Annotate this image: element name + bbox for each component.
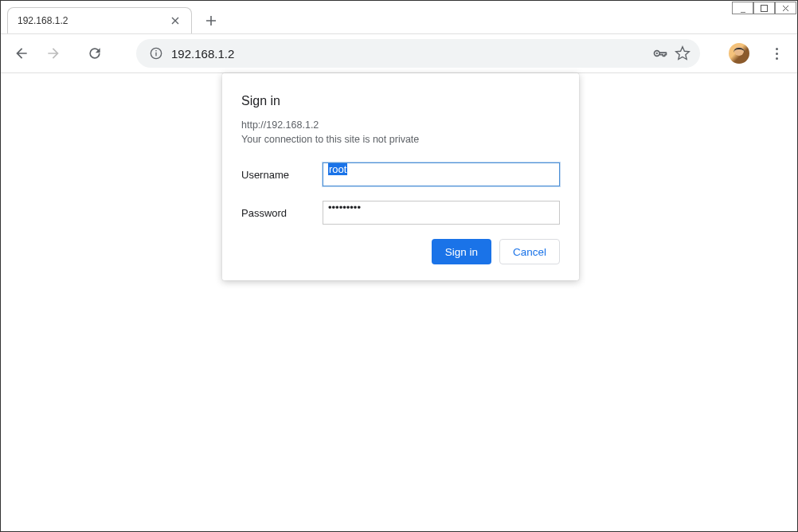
browser-tab[interactable]: 192.168.1.2 bbox=[7, 7, 192, 33]
forward-button[interactable] bbox=[39, 39, 68, 68]
minimize-button[interactable]: ⎯ bbox=[732, 2, 753, 14]
new-tab-button[interactable] bbox=[200, 10, 222, 32]
svg-rect-0 bbox=[761, 5, 768, 11]
back-button[interactable] bbox=[7, 39, 36, 68]
browser-menu-button[interactable] bbox=[762, 39, 791, 68]
address-bar[interactable]: 192.168.1.2 bbox=[136, 39, 700, 68]
url-text: 192.168.1.2 bbox=[170, 47, 649, 61]
password-value: ••••••••• bbox=[328, 201, 361, 213]
password-row: Password ••••••••• bbox=[241, 201, 560, 225]
bookmark-star-icon[interactable] bbox=[671, 42, 694, 65]
svg-rect-2 bbox=[155, 53, 156, 57]
username-row: Username root bbox=[241, 162, 560, 186]
password-input[interactable]: ••••••••• bbox=[323, 201, 560, 225]
username-label: Username bbox=[241, 169, 323, 181]
svg-point-5 bbox=[656, 53, 658, 54]
maximize-button[interactable] bbox=[753, 2, 775, 14]
page-content: Sign in http://192.168.1.2 Your connecti… bbox=[1, 73, 797, 531]
window-controls: ⎯ bbox=[732, 2, 796, 14]
username-input[interactable]: root bbox=[323, 162, 560, 186]
browser-toolbar: 192.168.1.2 bbox=[1, 33, 797, 73]
dialog-actions: Sign in Cancel bbox=[241, 239, 560, 264]
close-window-button[interactable] bbox=[775, 2, 796, 14]
tab-title: 192.168.1.2 bbox=[18, 15, 169, 26]
kebab-icon bbox=[776, 48, 778, 60]
key-icon[interactable] bbox=[649, 42, 671, 65]
cancel-button[interactable]: Cancel bbox=[499, 239, 560, 264]
http-auth-dialog: Sign in http://192.168.1.2 Your connecti… bbox=[222, 73, 579, 280]
sign-in-button[interactable]: Sign in bbox=[432, 239, 491, 264]
tab-bar: 192.168.1.2 bbox=[1, 1, 797, 33]
reload-button[interactable] bbox=[80, 39, 109, 68]
profile-avatar[interactable] bbox=[729, 43, 749, 64]
dialog-url-line: http://192.168.1.2 bbox=[241, 119, 560, 131]
close-tab-icon[interactable] bbox=[169, 14, 182, 27]
username-value-selected: root bbox=[328, 163, 347, 175]
svg-rect-3 bbox=[155, 50, 156, 51]
dialog-warning: Your connection to this site is not priv… bbox=[241, 134, 560, 145]
password-label: Password bbox=[241, 207, 323, 219]
site-info-icon[interactable] bbox=[147, 45, 165, 62]
dialog-title: Sign in bbox=[241, 94, 560, 108]
